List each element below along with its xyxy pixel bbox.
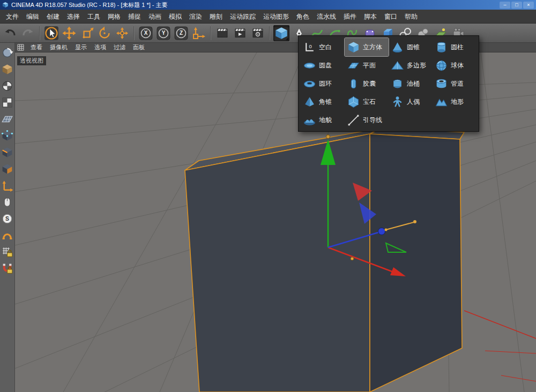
maximize-button[interactable]: □ xyxy=(511,2,522,9)
render-view-icon xyxy=(215,26,229,40)
primitive-item-oil-tank[interactable]: 油桶 xyxy=(389,74,433,93)
snap-clamp-button[interactable] xyxy=(1,228,14,242)
viewport-menu-view[interactable]: 查看 xyxy=(27,43,46,51)
texture-mode-icon xyxy=(1,80,13,92)
move-tool[interactable] xyxy=(61,25,77,41)
menu-item-create[interactable]: 创建 xyxy=(43,10,63,24)
y-axis-tip-dot[interactable] xyxy=(326,135,330,139)
menu-item-file[interactable]: 文件 xyxy=(2,10,23,24)
primitive-item-pyramid[interactable]: 角锥 xyxy=(301,93,345,111)
viewport-menu-panel[interactable]: 面板 xyxy=(130,43,148,51)
enable-axis-button[interactable] xyxy=(1,178,14,192)
primitive-item-figure[interactable]: 人偶 xyxy=(389,93,433,111)
scale-tool[interactable] xyxy=(79,25,95,41)
primitive-item-null[interactable]: 0 空白 xyxy=(301,38,345,56)
viewport-menu-filter[interactable]: 过滤 xyxy=(110,43,129,51)
primitive-item-landscape[interactable]: 地形 xyxy=(433,93,477,111)
points-mode-button[interactable] xyxy=(1,129,14,142)
viewport-menu-display[interactable]: 显示 xyxy=(72,43,90,51)
viewport-label: 透视视图 xyxy=(17,56,46,65)
primitive-item-capsule[interactable]: 胶囊 xyxy=(345,74,389,93)
grid-lock-icon xyxy=(1,246,13,258)
menu-item-motion-tracker[interactable]: 运动跟踪 xyxy=(226,10,259,24)
x-axis-dot[interactable] xyxy=(351,257,354,260)
edit-render-settings-button[interactable] xyxy=(250,25,266,41)
menu-item-sculpt[interactable]: 雕刻 xyxy=(206,10,226,24)
texture-mode-button[interactable] xyxy=(1,79,14,93)
primitive-item-guide[interactable]: 引导线 xyxy=(345,111,389,129)
mouse-icon xyxy=(1,196,13,208)
primitive-item-cube[interactable]: 立方体 xyxy=(345,38,389,56)
menu-item-render[interactable]: 渲染 xyxy=(185,10,206,24)
menu-item-plugins[interactable]: 插件 xyxy=(340,10,360,24)
enable-axis-icon xyxy=(1,179,13,192)
primitive-label: 球体 xyxy=(451,61,464,70)
menu-item-select[interactable]: 选择 xyxy=(63,10,84,24)
solo-badge-button[interactable]: S xyxy=(1,212,14,225)
undo-button[interactable] xyxy=(2,25,18,41)
model-mode-button[interactable] xyxy=(1,62,14,76)
x-axis-lock-button[interactable]: X xyxy=(138,25,154,41)
add-cube-primitive-button[interactable] xyxy=(273,25,289,41)
menu-item-tools[interactable]: 工具 xyxy=(84,10,104,24)
render-to-picture-viewer-button[interactable] xyxy=(232,25,248,41)
z-axis-knob[interactable] xyxy=(378,228,385,235)
minimize-button[interactable]: – xyxy=(500,2,510,9)
magnet-lock-icon xyxy=(1,262,13,275)
plane-icon xyxy=(346,58,360,72)
primitive-label: 地貌 xyxy=(319,116,332,125)
menu-item-window[interactable]: 窗口 xyxy=(381,10,401,24)
menu-item-pipeline[interactable]: 流水线 xyxy=(313,10,340,24)
menu-item-help[interactable]: 帮助 xyxy=(401,10,421,24)
menu-item-edit[interactable]: 编辑 xyxy=(23,10,43,24)
menu-item-script[interactable]: 脚本 xyxy=(360,10,381,24)
y-axis-lock-button[interactable]: Y xyxy=(155,25,172,41)
bank-dot-far[interactable] xyxy=(413,220,416,223)
snap-lock-button[interactable] xyxy=(1,261,14,275)
pyramid-icon xyxy=(302,95,316,109)
menu-item-snap[interactable]: 捕捉 xyxy=(124,10,145,24)
primitive-item-relief[interactable]: 地貌 xyxy=(301,111,345,129)
polygons-mode-icon xyxy=(1,163,13,175)
panel-grid-icon[interactable] xyxy=(17,44,24,51)
sphere-icon xyxy=(434,58,448,72)
redo-button[interactable] xyxy=(20,25,36,41)
cube-tool-icon xyxy=(274,26,289,41)
rotate-tool[interactable] xyxy=(96,25,113,41)
z-axis-lock-button[interactable]: Z xyxy=(173,25,189,41)
close-button[interactable]: × xyxy=(523,2,534,9)
polygons-mode-button[interactable] xyxy=(1,162,14,176)
guide-icon xyxy=(346,113,360,127)
texture-axis-mode-button[interactable] xyxy=(1,95,14,109)
primitive-label: 立方体 xyxy=(363,43,382,52)
make-editable-button[interactable] xyxy=(1,46,14,59)
primitive-item-cone[interactable]: 圆锥 xyxy=(389,38,433,56)
last-used-tool[interactable] xyxy=(114,25,130,41)
primitive-item-disc[interactable]: 圆盘 xyxy=(301,56,345,74)
menu-item-character[interactable]: 角色 xyxy=(293,10,313,24)
viewport-menu-cameras[interactable]: 摄像机 xyxy=(47,43,71,51)
primitive-item-tube[interactable]: 管道 xyxy=(433,74,477,93)
primitive-item-cylinder[interactable]: 圆柱 xyxy=(433,38,477,56)
workplane-mode-button[interactable] xyxy=(1,112,14,126)
menu-item-simulate[interactable]: 模拟 xyxy=(165,10,185,24)
workplane-icon xyxy=(1,113,13,125)
viewport-menu-options[interactable]: 选项 xyxy=(91,43,109,51)
coordinate-system-button[interactable] xyxy=(191,25,207,41)
viewport-solo-button[interactable] xyxy=(1,195,14,209)
primitive-item-sphere[interactable]: 球体 xyxy=(433,56,477,74)
bank-dot-near[interactable] xyxy=(385,229,388,231)
menu-item-mesh[interactable]: 网格 xyxy=(104,10,124,24)
render-view-button[interactable] xyxy=(214,25,230,41)
edges-mode-button[interactable] xyxy=(1,145,14,159)
primitive-item-platonic[interactable]: 宝石 xyxy=(345,93,389,111)
menu-item-mograph[interactable]: 运动图形 xyxy=(259,10,293,24)
primitive-item-polygon[interactable]: 多边形 xyxy=(389,56,433,74)
primitive-item-torus[interactable]: 圆环 xyxy=(301,74,345,93)
cube-object[interactable] xyxy=(185,128,464,392)
figure-icon xyxy=(390,95,404,109)
primitive-item-plane[interactable]: 平面 xyxy=(345,56,389,74)
live-selection-tool[interactable] xyxy=(43,25,59,41)
menu-item-animate[interactable]: 动画 xyxy=(145,10,165,24)
workplane-lock-button[interactable] xyxy=(1,245,14,259)
